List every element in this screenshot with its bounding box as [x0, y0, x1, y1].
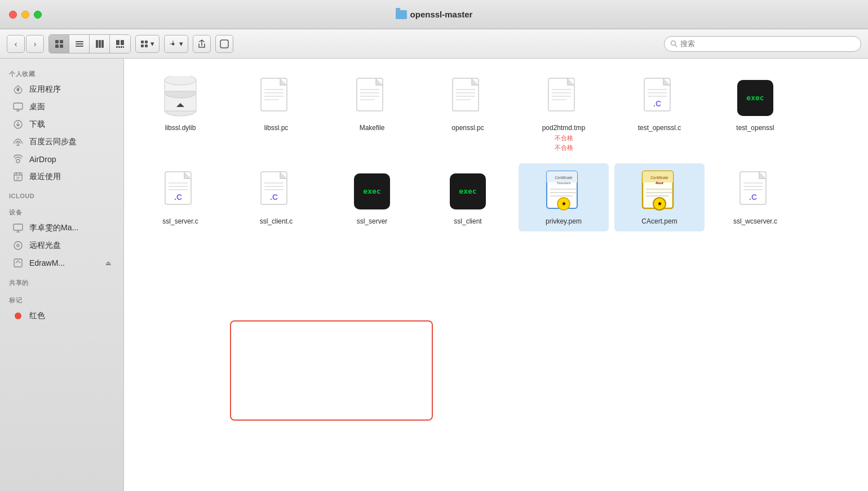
file-ssl-server-c[interactable]: .C ssl_server.c — [135, 163, 225, 232]
svg-rect-21 — [220, 40, 228, 48]
tag-button[interactable] — [215, 35, 233, 53]
pod2htmd-tmp-subtitle: 不合格 — [555, 134, 573, 142]
sidebar-item-desktop[interactable]: 桌面 — [3, 99, 120, 115]
cacert-pem-name: CAcert.pem — [641, 217, 677, 226]
svg-point-30 — [16, 159, 20, 163]
view-column-button[interactable] — [90, 35, 110, 53]
minimize-button[interactable] — [21, 11, 29, 19]
test-openssl-icon: exec — [733, 75, 778, 120]
file-privkey-pem[interactable]: Certificate Standard ★ privkey.pem — [519, 163, 609, 232]
action-chevron: ▾ — [179, 39, 183, 48]
file-libssl-dylib[interactable]: libssl.dylib — [135, 70, 225, 139]
ssl-wcserver-c-name: ssl_wcserver.c — [733, 217, 777, 226]
svg-text:★: ★ — [657, 200, 662, 207]
ssl-server-c-name: ssl_server.c — [162, 217, 198, 226]
libssl-dylib-icon — [158, 75, 203, 120]
file-pod2htmd-tmp[interactable]: pod2htmd.tmp 不合格 不合格 — [519, 70, 609, 158]
desktop-label: 桌面 — [29, 102, 45, 112]
svg-text:Certificate: Certificate — [555, 176, 573, 180]
view-mode-buttons — [48, 34, 131, 53]
svg-rect-37 — [14, 224, 23, 230]
edraw-label: EdrawM... — [29, 258, 65, 267]
share-icon — [197, 39, 206, 48]
cacert-pem-icon: Certificate Root ★ — [637, 169, 682, 214]
sidebar-item-mac[interactable]: 李卓雯的Ma... — [3, 220, 120, 236]
back-button[interactable]: ‹ — [7, 35, 25, 53]
sidebar-item-apps[interactable]: 应用程序 — [3, 81, 120, 98]
search-icon — [670, 40, 677, 47]
file-ssl-client[interactable]: exec ssl_client — [423, 163, 513, 232]
svg-rect-5 — [76, 43, 83, 44]
maximize-button[interactable] — [34, 11, 42, 19]
downloads-icon — [12, 119, 24, 130]
svg-rect-19 — [145, 44, 148, 47]
svg-rect-6 — [76, 46, 83, 47]
arrange-dropdown[interactable]: ▾ — [135, 35, 160, 53]
search-input[interactable] — [680, 39, 855, 48]
sidebar-item-airdrop[interactable]: AirDrop — [3, 151, 120, 168]
file-ssl-client-c[interactable]: .C ssl_client.c — [231, 163, 321, 232]
grid-icon — [55, 39, 64, 48]
view-cover-button[interactable] — [110, 35, 130, 53]
svg-rect-18 — [141, 44, 144, 47]
svg-point-49 — [165, 76, 196, 85]
ssl-server-name: ssl_server — [357, 217, 388, 226]
ssl-server-c-icon: .C — [158, 169, 203, 214]
file-test-openssl-c[interactable]: .C test_openssl.c — [614, 70, 705, 139]
file-test-openssl[interactable]: exec test_openssl — [710, 70, 800, 139]
mac-icon — [12, 222, 24, 234]
sidebar-item-red-tag[interactable]: 红色 — [3, 307, 120, 324]
sidebar-item-edraw[interactable]: EdrawM... ⏏ — [3, 255, 120, 271]
file-openssl-pc[interactable]: openssl.pc — [423, 70, 513, 139]
share-button[interactable] — [193, 35, 211, 53]
svg-text:Standard: Standard — [557, 181, 571, 185]
file-makefile[interactable]: Makefile — [327, 70, 417, 139]
folder-icon — [396, 10, 407, 19]
recent-label: 最近使用 — [29, 172, 61, 182]
ssl-client-name: ssl_client — [454, 217, 481, 226]
svg-rect-15 — [123, 46, 124, 48]
file-cacert-pem[interactable]: Certificate Root ★ CAcert.pem — [614, 163, 705, 232]
svg-text:.C: .C — [653, 99, 661, 108]
content-area: libssl.dylib — [124, 59, 868, 491]
titlebar: openssl-master — [0, 0, 868, 29]
window-controls — [9, 11, 42, 19]
svg-rect-10 — [116, 40, 119, 45]
openssl-pc-name: openssl.pc — [451, 124, 484, 133]
recent-icon — [12, 171, 24, 182]
arrange-icon — [140, 40, 148, 48]
view-list-button[interactable] — [69, 35, 90, 53]
tag-icon — [220, 39, 229, 48]
action-dropdown[interactable]: ▾ — [164, 35, 188, 53]
sidebar-item-downloads[interactable]: 下载 — [3, 116, 120, 133]
eject-icon[interactable]: ⏏ — [105, 260, 111, 267]
forward-icon: › — [34, 39, 37, 48]
shared-section-title: 共享的 — [0, 272, 123, 289]
close-button[interactable] — [9, 11, 17, 19]
ssl-wcserver-c-icon: .C — [733, 169, 778, 214]
svg-text:.C: .C — [174, 193, 182, 202]
desktop-icon — [12, 101, 24, 113]
sidebar-item-baidu[interactable]: 百度云同步盘 — [3, 133, 120, 150]
files-container: libssl.dylib — [135, 70, 857, 231]
file-libssl-pc[interactable]: libssl.pc — [231, 70, 321, 139]
file-ssl-server[interactable]: exec ssl_server — [327, 163, 417, 232]
libssl-pc-icon — [254, 75, 299, 120]
sidebar-item-recent[interactable]: 最近使用 — [3, 168, 120, 185]
ssl-client-c-name: ssl_client.c — [260, 217, 293, 226]
files-grid: libssl.dylib — [135, 70, 857, 231]
search-box[interactable] — [664, 36, 861, 52]
svg-rect-4 — [76, 41, 83, 42]
red-tag-label: 红色 — [29, 311, 45, 321]
svg-text:★: ★ — [561, 200, 566, 207]
airdrop-label: AirDrop — [29, 155, 56, 164]
sidebar: 个人收藏 应用程序 桌面 下载 百度云同步盘 — [0, 59, 124, 491]
forward-button[interactable]: › — [26, 35, 44, 53]
test-openssl-c-icon: .C — [637, 75, 682, 120]
sidebar-item-optical[interactable]: 远程光盘 — [3, 237, 120, 254]
makefile-icon — [349, 75, 395, 120]
view-icon-button[interactable] — [49, 35, 69, 53]
selection-box — [230, 320, 433, 421]
libssl-dylib-name: libssl.dylib — [165, 124, 196, 133]
file-ssl-wcserver-c[interactable]: .C ssl_wcserver.c — [710, 163, 800, 232]
